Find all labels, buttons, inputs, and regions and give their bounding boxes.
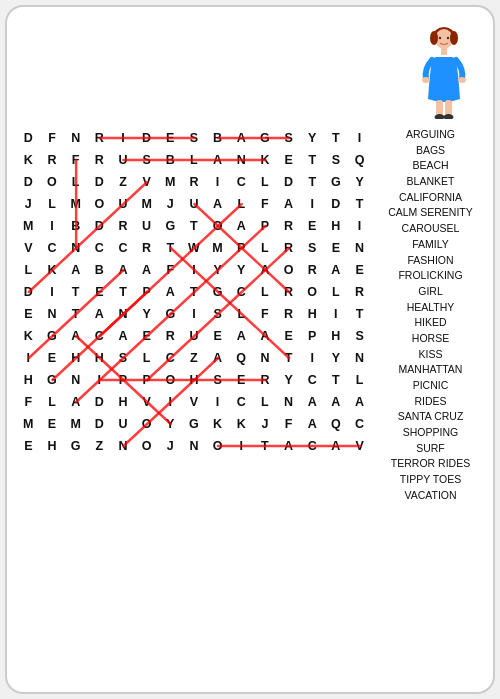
grid-cell: T	[325, 369, 349, 391]
word-item: HEALTHY	[378, 300, 483, 315]
word-item: HORSE	[378, 331, 483, 346]
grid-cell: K	[254, 149, 278, 171]
grid-cell: A	[112, 259, 136, 281]
grid-cell: A	[206, 193, 230, 215]
grid-cell: Z	[112, 171, 136, 193]
grid-cell: D	[88, 171, 112, 193]
grid-cell: V	[135, 391, 159, 413]
grid-cell: S	[112, 347, 136, 369]
grid-cell: M	[159, 171, 183, 193]
grid-cell: C	[230, 171, 254, 193]
grid-cell: P	[135, 369, 159, 391]
grid-cell: G	[159, 215, 183, 237]
grid-cell: H	[301, 303, 325, 325]
grid-cell: P	[112, 369, 136, 391]
grid-cell: E	[135, 325, 159, 347]
grid-cell: I	[230, 435, 254, 457]
grid-cell: J	[159, 435, 183, 457]
grid-cell: L	[254, 391, 278, 413]
card: DFNRIDESBAGSYTIKRFRUSBLANKETSQDOLDZVMRIC…	[5, 5, 495, 694]
grid-cell: T	[183, 281, 207, 303]
grid-cell: H	[41, 435, 65, 457]
word-item: ARGUING	[378, 127, 483, 142]
grid-cell: E	[348, 259, 372, 281]
grid-cell: R	[277, 237, 301, 259]
grid-cell: L	[135, 347, 159, 369]
grid-cell: D	[135, 127, 159, 149]
grid-cell: A	[159, 281, 183, 303]
svg-rect-9	[445, 100, 452, 116]
grid-cell: A	[277, 193, 301, 215]
svg-rect-8	[436, 100, 443, 116]
grid-cell: N	[348, 347, 372, 369]
grid-cell: D	[88, 215, 112, 237]
grid-cell: U	[112, 149, 136, 171]
grid-cell: G	[325, 171, 349, 193]
grid-cell: D	[277, 171, 301, 193]
grid-cell: N	[230, 149, 254, 171]
grid-cell: C	[301, 369, 325, 391]
word-item: HIKED	[378, 315, 483, 330]
header	[17, 19, 483, 119]
grid-cell: L	[254, 281, 278, 303]
grid-cell: K	[230, 413, 254, 435]
grid-cell: E	[88, 281, 112, 303]
grid-cell: N	[254, 347, 278, 369]
grid-cell: C	[41, 237, 65, 259]
grid-cell: A	[230, 127, 254, 149]
word-item: GIRL	[378, 284, 483, 299]
grid-cell: S	[206, 369, 230, 391]
grid-cell: L	[41, 193, 65, 215]
grid-cell: H	[88, 347, 112, 369]
grid-cell: A	[230, 325, 254, 347]
svg-point-7	[458, 77, 466, 83]
grid-cell: T	[159, 237, 183, 259]
grid-cell: O	[135, 435, 159, 457]
grid-cell: R	[159, 325, 183, 347]
grid-cell: U	[183, 193, 207, 215]
grid-cell: R	[135, 237, 159, 259]
grid-cell: G	[64, 435, 88, 457]
grid-cell: A	[325, 391, 349, 413]
grid-cell: O	[159, 369, 183, 391]
grid-cell: H	[64, 347, 88, 369]
grid-cell: R	[277, 281, 301, 303]
grid-cell: D	[17, 171, 41, 193]
svg-point-6	[422, 77, 430, 83]
svg-point-13	[447, 37, 449, 39]
grid-cell: C	[230, 391, 254, 413]
grid-cell: L	[230, 303, 254, 325]
grid-cell: O	[41, 171, 65, 193]
grid-cell: L	[17, 259, 41, 281]
grid-cell: M	[17, 413, 41, 435]
grid-cell: G	[41, 325, 65, 347]
header-text	[17, 19, 409, 21]
svg-rect-4	[434, 57, 454, 65]
grid-cell: F	[277, 413, 301, 435]
grid-cell: U	[135, 215, 159, 237]
grid-cell: I	[206, 391, 230, 413]
grid-cell: N	[112, 435, 136, 457]
grid-cell: R	[88, 149, 112, 171]
grid-cell: O	[301, 281, 325, 303]
grid-cell: L	[64, 171, 88, 193]
grid-cell: H	[325, 215, 349, 237]
grid-cell: E	[301, 215, 325, 237]
grid-cell: S	[135, 149, 159, 171]
grid-cell: R	[301, 259, 325, 281]
grid-cell: Y	[206, 259, 230, 281]
grid-cell: E	[325, 237, 349, 259]
grid-cell: H	[325, 325, 349, 347]
grid-cell: F	[64, 149, 88, 171]
grid-cell: N	[41, 303, 65, 325]
grid-cell: V	[183, 391, 207, 413]
word-item: FROLICKING	[378, 268, 483, 283]
grid-cell: V	[17, 237, 41, 259]
grid-cell: Y	[159, 413, 183, 435]
grid-cell: S	[183, 127, 207, 149]
grid-cell: Y	[277, 369, 301, 391]
grid-cell: L	[230, 193, 254, 215]
word-item: CALIFORNIA	[378, 190, 483, 205]
grid-cell: C	[159, 347, 183, 369]
grid-cell: I	[183, 303, 207, 325]
